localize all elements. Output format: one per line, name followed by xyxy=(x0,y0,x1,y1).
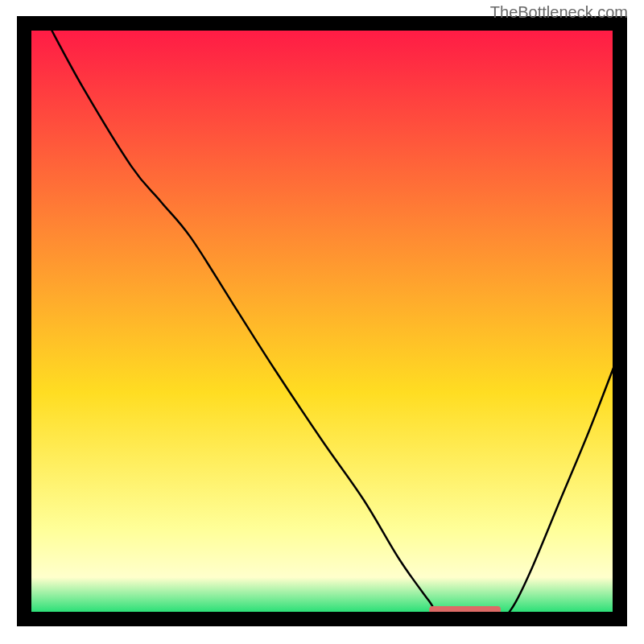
plot-background xyxy=(24,23,620,619)
watermark-text: TheBottleneck.com xyxy=(490,3,628,22)
chart-area xyxy=(16,15,628,627)
chart-svg xyxy=(16,15,628,627)
